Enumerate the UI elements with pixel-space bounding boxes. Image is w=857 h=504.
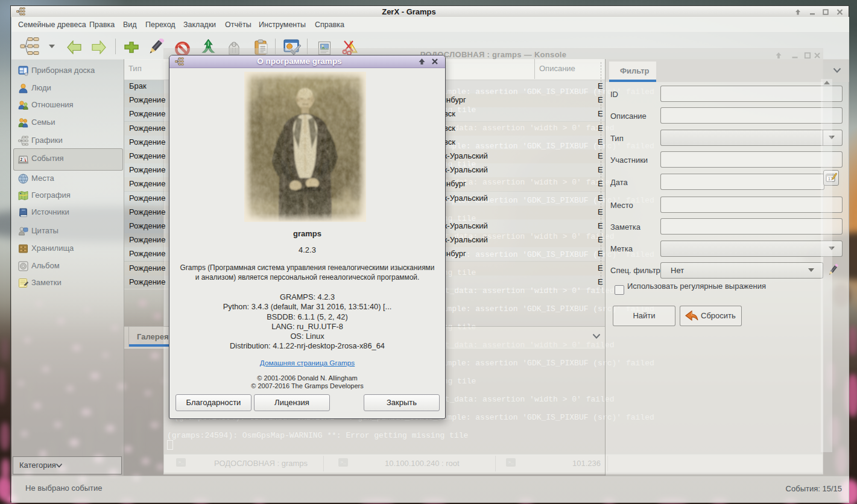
svg-text:2: 2 bbox=[21, 157, 23, 162]
